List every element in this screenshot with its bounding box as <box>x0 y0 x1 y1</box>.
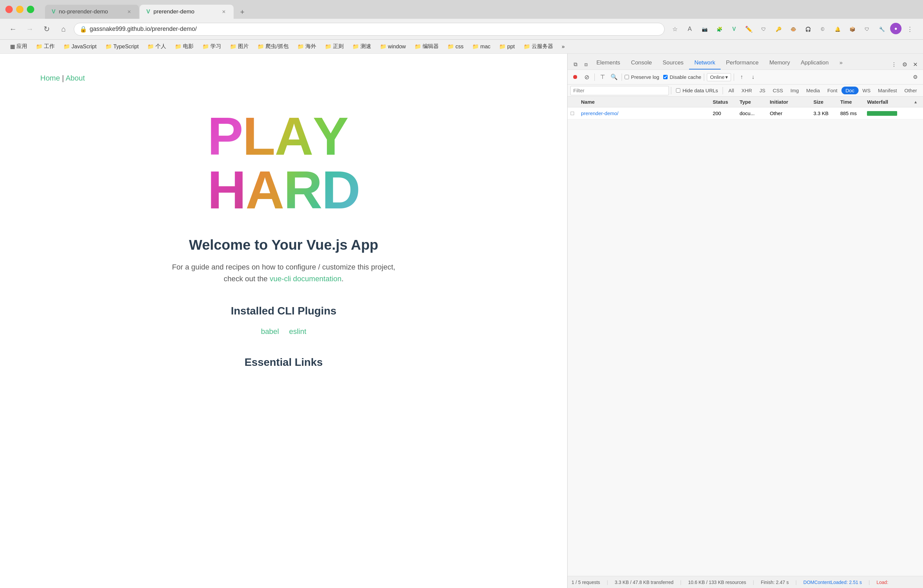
tab-network[interactable]: Network <box>689 57 721 69</box>
filter-all[interactable]: All <box>725 86 737 95</box>
tab-application[interactable]: Application <box>795 57 834 69</box>
screenshot-button[interactable]: 📷 <box>698 23 711 36</box>
tab-no-prerender-demo[interactable]: V no-prerender-demo ✕ <box>45 5 139 19</box>
tab-sources[interactable]: Sources <box>657 57 689 69</box>
maximize-button[interactable] <box>27 6 34 13</box>
tab-memory[interactable]: Memory <box>764 57 795 69</box>
row-time: 885 ms <box>838 110 864 116</box>
bookmark-personal[interactable]: 📁 个人 <box>144 42 169 51</box>
bookmark-images[interactable]: 📁 图片 <box>227 42 252 51</box>
babel-link[interactable]: babel <box>261 327 279 336</box>
table-row[interactable]: ☐ prerender-demo/ 200 docu... Other 3.3 … <box>568 107 923 120</box>
bookmark-javascript[interactable]: 📁 JavaScript <box>60 42 100 51</box>
more-button[interactable]: ⋮ <box>903 23 916 36</box>
filter-css[interactable]: CSS <box>769 86 787 95</box>
devtools-more-button[interactable]: ⋮ <box>889 59 899 69</box>
disable-cache-checkbox[interactable]: Disable cache <box>663 74 701 80</box>
reload-button[interactable]: ↻ <box>40 23 53 36</box>
vue-cli-docs-link[interactable]: vue-cli documentation <box>269 274 342 283</box>
ext-4[interactable]: 🎧 <box>801 23 814 36</box>
filter-xhr[interactable]: XHR <box>738 86 755 95</box>
tab-close-2[interactable]: ✕ <box>221 9 227 15</box>
export-har-button[interactable]: ↓ <box>748 72 758 82</box>
tab-console[interactable]: Console <box>626 57 657 69</box>
filter-media[interactable]: Media <box>803 86 823 95</box>
tab-close-1[interactable]: ✕ <box>126 9 132 15</box>
filter-manifest[interactable]: Manifest <box>875 86 900 95</box>
bookmark-regex[interactable]: 📁 正则 <box>322 42 347 51</box>
close-button[interactable] <box>5 6 13 13</box>
devtools-settings-button[interactable]: ⚙ <box>910 72 920 82</box>
bookmark-more[interactable]: » <box>558 42 568 51</box>
bookmark-speedtest[interactable]: 📁 测速 <box>349 42 374 51</box>
folder-icon-images: 📁 <box>230 43 236 50</box>
ext-8[interactable]: 🛡 <box>861 23 873 36</box>
eslint-link[interactable]: eslint <box>289 327 306 336</box>
back-button[interactable]: ← <box>7 23 20 36</box>
resources-size: 10.6 KB / 133 KB resources <box>688 580 746 585</box>
minimize-button[interactable] <box>16 6 23 13</box>
hide-data-urls-input[interactable] <box>676 88 680 93</box>
load-label: Load: <box>877 580 889 585</box>
bookmark-study[interactable]: 📁 学习 <box>199 42 225 51</box>
ext-2[interactable]: 🔑 <box>772 23 785 36</box>
profile-button[interactable]: ● <box>890 23 902 34</box>
ext-6[interactable]: 🔔 <box>831 23 844 36</box>
ext-7[interactable]: 📦 <box>846 23 859 36</box>
clear-button[interactable]: ⊘ <box>581 72 592 82</box>
bookmark-overseas[interactable]: 📁 海外 <box>294 42 320 51</box>
about-link[interactable]: About <box>66 74 85 82</box>
network-filter-input[interactable] <box>570 86 669 95</box>
bookmark-cloud[interactable]: 📁 云服务器 <box>520 42 557 51</box>
devtools-close-button[interactable]: ✕ <box>910 59 920 69</box>
ext-9[interactable]: 🔧 <box>875 23 888 36</box>
bookmark-mac[interactable]: 📁 mac <box>469 42 494 51</box>
hide-data-urls-checkbox[interactable]: Hide data URLs <box>676 88 718 93</box>
preserve-log-checkbox[interactable]: Preserve log <box>625 74 659 80</box>
bookmark-editor[interactable]: 📁 编辑器 <box>411 42 442 51</box>
bookmark-mac-label: mac <box>480 44 490 50</box>
tab-performance[interactable]: Performance <box>721 57 764 69</box>
devtools-settings-gear[interactable]: ⚙ <box>900 59 910 69</box>
bookmark-css[interactable]: 📁 css <box>444 42 467 51</box>
bookmark-apps[interactable]: ▦ 应用 <box>7 42 31 51</box>
home-button[interactable]: ⌂ <box>57 23 70 36</box>
vue-devtools-icon[interactable]: V <box>728 23 741 36</box>
filter-doc[interactable]: Doc <box>841 87 859 94</box>
pen-icon[interactable]: ✏️ <box>742 23 755 36</box>
filter-icon-button[interactable]: ⊤ <box>598 72 608 82</box>
tab-more[interactable]: » <box>834 57 848 69</box>
forward-button[interactable]: → <box>23 23 36 36</box>
filter-ws[interactable]: WS <box>859 86 874 95</box>
tab-elements[interactable]: Elements <box>591 57 626 69</box>
bookmark-crawler[interactable]: 📁 爬虫/抓包 <box>254 42 292 51</box>
new-tab-button[interactable]: + <box>236 5 249 19</box>
ext-3[interactable]: 🐵 <box>787 23 800 36</box>
translate-button[interactable]: A <box>683 23 696 36</box>
filter-img[interactable]: Img <box>787 86 802 95</box>
filter-js[interactable]: JS <box>756 86 769 95</box>
home-link[interactable]: Home <box>40 74 60 82</box>
address-bar[interactable]: 🔒 gassnake999.github.io/prerender-demo/ <box>74 23 665 36</box>
search-button[interactable]: 🔍 <box>609 72 619 82</box>
devtools-undock-button[interactable]: ⧈ <box>581 59 591 69</box>
disable-cache-input[interactable] <box>663 75 668 79</box>
preserve-log-input[interactable] <box>625 75 629 79</box>
filter-font[interactable]: Font <box>824 86 841 95</box>
filter-separator <box>671 87 671 94</box>
bookmark-work[interactable]: 📁 工作 <box>33 42 58 51</box>
tab-prerender-demo[interactable]: V prerender-demo ✕ <box>140 5 233 19</box>
ext-5[interactable]: © <box>816 23 829 36</box>
devtools-dock-button[interactable]: ⧉ <box>570 59 580 69</box>
ext-1[interactable]: 🛡 <box>757 23 770 36</box>
record-stop-button[interactable]: ⏺ <box>570 72 580 82</box>
bookmark-star-button[interactable]: ☆ <box>668 23 682 36</box>
filter-other[interactable]: Other <box>901 86 920 95</box>
import-har-button[interactable]: ↑ <box>737 72 747 82</box>
bookmark-typescript[interactable]: 📁 TypeScript <box>102 42 142 51</box>
bookmark-movies[interactable]: 📁 电影 <box>171 42 197 51</box>
network-throttle-dropdown[interactable]: Online ▾ <box>707 73 731 81</box>
bookmark-window[interactable]: 📁 window <box>376 42 409 51</box>
bookmark-ppt[interactable]: 📁 ppt <box>496 42 518 51</box>
extensions-button[interactable]: 🧩 <box>713 23 726 36</box>
